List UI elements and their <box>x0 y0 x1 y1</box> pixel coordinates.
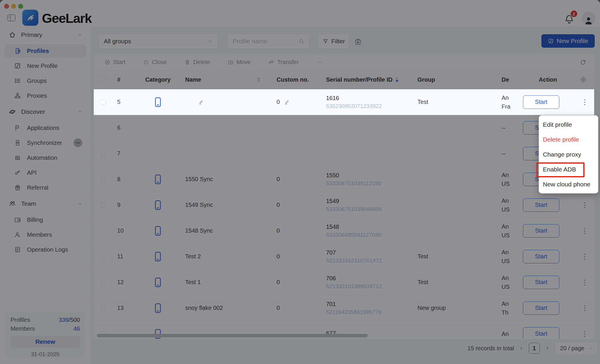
sidebar-item-members[interactable]: Members <box>5 228 86 241</box>
sidebar-item-billing[interactable]: Billing <box>5 213 86 226</box>
start-button[interactable]: Start <box>523 327 559 339</box>
window-minimize-button[interactable] <box>11 4 16 9</box>
cell-group <box>410 218 501 243</box>
sidebar-section-primary[interactable]: Primary <box>0 27 91 43</box>
row-checkbox[interactable] <box>100 125 106 131</box>
table-row: 6 -- Start⋮ <box>94 115 594 141</box>
row-checkbox[interactable] <box>100 280 106 285</box>
next-page-icon[interactable] <box>545 346 550 351</box>
team-icon <box>9 200 16 207</box>
cell-name: snoy flake 002 <box>183 295 265 321</box>
cell-serial: 701 <box>326 300 336 308</box>
toolbar-item-button[interactable] <box>315 59 325 66</box>
sidebar-item-groups[interactable]: Groups <box>5 74 86 87</box>
row-menu-icon[interactable]: ⋮ <box>581 278 587 286</box>
usage-panel: Profiles 339/500 Members 46 Renew 31-01-… <box>5 311 85 358</box>
window-zoom-button[interactable] <box>18 4 23 9</box>
context-menu-item-delete-profile[interactable]: Delete profile <box>539 132 598 147</box>
row-checkbox[interactable] <box>100 305 106 311</box>
cell-custom-no: 0 <box>265 192 319 218</box>
usage-profiles-label: Profiles <box>11 315 30 324</box>
toolbar-delete-button[interactable]: Delete <box>183 59 212 66</box>
row-checkbox[interactable] <box>100 177 106 182</box>
toolbar-start-button[interactable]: Start <box>103 59 127 66</box>
sidebar-item-profiles[interactable]: Profiles <box>5 44 86 58</box>
context-menu-item-new-cloud-phone[interactable]: New cloud phone <box>539 177 598 192</box>
start-button[interactable]: Start <box>523 95 559 109</box>
column-settings-gear-icon[interactable] <box>579 76 587 83</box>
row-menu-icon[interactable]: ⋮ <box>581 253 587 261</box>
new-profile-button[interactable]: New Profile <box>541 34 595 48</box>
select-all-checkbox[interactable] <box>100 77 106 83</box>
edit-custom-no-pencil-icon[interactable] <box>284 99 290 105</box>
sidebar-item-proxies[interactable]: Proxies <box>5 89 86 102</box>
clear-filter-basket-icon[interactable] <box>353 37 363 47</box>
start-button[interactable]: Start <box>523 276 559 289</box>
row-menu-icon[interactable]: ⋮ <box>581 98 587 106</box>
sidebar-item-operation-logs[interactable]: Operation Logs <box>5 243 86 256</box>
cell-custom-no: 0 <box>265 244 319 269</box>
toolbar-move-button[interactable]: Move <box>226 59 253 66</box>
horizontal-scrollbar[interactable] <box>97 334 368 337</box>
start-button[interactable]: Start <box>523 198 559 212</box>
sidebar-item-new-profile[interactable]: New Profile <box>5 59 86 73</box>
row-menu-icon[interactable]: ⋮ <box>581 304 587 312</box>
row-checkbox[interactable] <box>100 228 106 233</box>
cell-name <box>183 115 265 140</box>
user-avatar[interactable] <box>582 12 595 25</box>
row-checkbox[interactable] <box>100 99 106 105</box>
col-group: Group <box>410 71 501 89</box>
sidebar-collapse-icon[interactable] <box>7 14 16 22</box>
renew-button[interactable]: Renew <box>11 336 80 348</box>
row-checkbox[interactable] <box>100 151 106 156</box>
start-button[interactable]: Start <box>523 250 559 263</box>
row-menu-icon[interactable]: ⋮ <box>581 227 587 235</box>
cell-serial: 707 <box>326 249 336 256</box>
home-icon <box>9 31 16 38</box>
group-filter-select[interactable]: All groups <box>98 34 218 49</box>
cell-custom-no: 0 <box>265 89 319 115</box>
sidebar-item-api[interactable]: API <box>5 166 86 179</box>
prev-page-icon[interactable] <box>519 346 524 351</box>
window-close-button[interactable] <box>4 4 9 9</box>
page-size-select[interactable]: 20 / page <box>555 342 598 355</box>
col-serial[interactable]: Serial number/Profile ID <box>319 71 410 89</box>
col-name[interactable]: Name <box>183 71 265 89</box>
cell-group <box>410 192 501 218</box>
toolbar-close-button[interactable]: Close <box>141 59 168 66</box>
cell-name: Test 2 <box>183 244 265 269</box>
sidebar-item-applications[interactable]: Applications <box>5 121 86 135</box>
context-menu-item-change-proxy[interactable]: Change proxy <box>539 147 598 162</box>
context-menu-item-enable-adb[interactable]: Enable ADB <box>539 162 598 177</box>
chevron-up-icon <box>78 201 82 206</box>
titlebar: GeeLark 2 <box>0 0 600 27</box>
sidebar-section-discover[interactable]: Discover <box>0 104 91 120</box>
context-menu-item-edit-profile[interactable]: Edit profile <box>539 117 598 132</box>
refresh-icon[interactable] <box>579 59 587 66</box>
current-page-button[interactable]: 1 <box>529 343 540 354</box>
row-checkbox[interactable] <box>100 254 106 259</box>
sidebar-item-referral[interactable]: Referral <box>5 181 86 194</box>
profile-name-text: Test 1 <box>185 279 201 286</box>
start-button[interactable]: Start <box>523 301 559 315</box>
api-icon <box>14 169 21 176</box>
brand-name: GeeLark <box>42 11 92 26</box>
sidebar-section-team[interactable]: Team <box>0 196 91 212</box>
sync-status-badge <box>74 138 82 147</box>
toolbar-transfer-button[interactable]: Transfer <box>267 59 301 66</box>
toolbar-button-label: Delete <box>193 59 210 66</box>
cell-number: 9 <box>112 192 133 218</box>
table-row: 12 Test 1 0 706521333101389939712 Test A… <box>94 269 594 295</box>
search-input[interactable] <box>232 37 298 45</box>
sidebar-item-synchronizer[interactable]: Synchronizer <box>5 136 86 150</box>
automation-icon <box>14 154 21 161</box>
edit-name-pencil-icon[interactable] <box>198 99 204 105</box>
filter-button[interactable]: Filter <box>318 34 350 49</box>
sidebar-item-automation[interactable]: Automation <box>5 151 86 164</box>
row-menu-icon[interactable]: ⋮ <box>581 330 587 338</box>
sidebar-section-label: Primary <box>21 31 78 38</box>
notifications-bell-icon[interactable]: 2 <box>562 12 577 26</box>
row-checkbox[interactable] <box>100 202 106 208</box>
start-button[interactable]: Start <box>523 224 559 238</box>
row-menu-icon[interactable]: ⋮ <box>581 201 587 209</box>
